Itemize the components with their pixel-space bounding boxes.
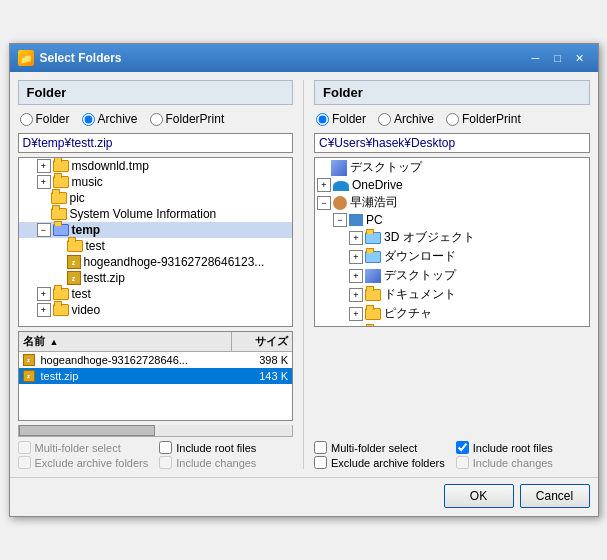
- folder-icon: [365, 289, 381, 301]
- tree-item[interactable]: + 3D オブジェクト: [315, 228, 589, 247]
- desktop-icon: [365, 269, 381, 283]
- tree-item[interactable]: System Volume Information: [19, 206, 293, 222]
- expand-btn[interactable]: +: [349, 250, 363, 264]
- right-multi-folder[interactable]: Multi-folder select: [314, 441, 448, 454]
- tree-item[interactable]: + ダウンロード: [315, 247, 589, 266]
- tree-item[interactable]: test: [19, 238, 293, 254]
- file-name: z testt.zip: [19, 369, 233, 383]
- title-buttons: ─ □ ✕: [526, 50, 590, 66]
- left-exclude-archive[interactable]: Exclude archive folders: [18, 456, 152, 469]
- onedrive-icon: [333, 181, 349, 191]
- expand-btn[interactable]: −: [317, 196, 331, 210]
- folder-icon: [53, 288, 69, 300]
- expand-btn[interactable]: −: [37, 223, 51, 237]
- file-size: 398 K: [232, 353, 292, 367]
- folder-icon: [67, 240, 83, 252]
- col-size[interactable]: サイズ: [232, 332, 292, 351]
- tree-item[interactable]: + デスクトップ: [315, 266, 589, 285]
- folder-icon: [365, 232, 381, 244]
- tree-item[interactable]: − 早瀬浩司: [315, 193, 589, 212]
- tree-item[interactable]: + video: [19, 302, 293, 318]
- right-exclude-archive[interactable]: Exclude archive folders: [314, 456, 448, 469]
- left-panel: Folder Folder Archive FolderPrint D¥temp…: [18, 80, 294, 469]
- left-path-bar[interactable]: D¥temp¥testt.zip: [18, 133, 294, 153]
- zip-icon: z: [67, 271, 81, 285]
- col-name[interactable]: 名前 ▲: [19, 332, 233, 351]
- left-options: Multi-folder select Include root files E…: [18, 441, 294, 469]
- folder-icon: [51, 208, 67, 220]
- title-bar-left: 📁 Select Folders: [18, 50, 122, 66]
- right-radio-folderprint[interactable]: FolderPrint: [446, 112, 521, 126]
- expand-btn[interactable]: +: [37, 159, 51, 173]
- desktop-icon: [331, 160, 347, 176]
- tree-item[interactable]: + ビデオ: [315, 323, 589, 327]
- left-file-list[interactable]: 名前 ▲ サイズ z hogeandhoge-93162728646... 39…: [18, 331, 294, 421]
- folder-icon: [51, 192, 67, 204]
- tree-item[interactable]: pic: [19, 190, 293, 206]
- expand-btn[interactable]: +: [349, 231, 363, 245]
- tree-item[interactable]: + test: [19, 286, 293, 302]
- right-panel-header: Folder: [314, 80, 590, 105]
- folder-icon: [365, 308, 381, 320]
- right-radio-archive[interactable]: Archive: [378, 112, 434, 126]
- right-radio-row: Folder Archive FolderPrint: [314, 109, 590, 129]
- dialog-body: Folder Folder Archive FolderPrint D¥temp…: [10, 72, 598, 477]
- right-include-changes[interactable]: Include changes: [456, 456, 590, 469]
- tree-item[interactable]: + OneDrive: [315, 177, 589, 193]
- tree-item[interactable]: + ピクチャ: [315, 304, 589, 323]
- cancel-button[interactable]: Cancel: [520, 484, 590, 508]
- expand-btn[interactable]: +: [37, 303, 51, 317]
- folder-icon: [53, 224, 69, 236]
- left-multi-folder[interactable]: Multi-folder select: [18, 441, 152, 454]
- left-include-changes[interactable]: Include changes: [159, 456, 293, 469]
- folder-icon: [365, 327, 381, 328]
- tree-item[interactable]: − temp: [19, 222, 293, 238]
- maximize-button[interactable]: □: [548, 50, 568, 66]
- tree-item[interactable]: z testt.zip: [19, 270, 293, 286]
- left-radio-folderprint[interactable]: FolderPrint: [150, 112, 225, 126]
- divider: [303, 80, 304, 469]
- file-row[interactable]: z hogeandhoge-93162728646... 398 K: [19, 352, 293, 368]
- tree-item[interactable]: z hogeandhoge-93162728646123...: [19, 254, 293, 270]
- title-bar: 📁 Select Folders ─ □ ✕: [10, 44, 598, 72]
- expand-btn[interactable]: +: [349, 326, 363, 328]
- person-icon: [333, 196, 347, 210]
- folder-icon: [365, 251, 381, 263]
- ok-button[interactable]: OK: [444, 484, 514, 508]
- right-tree[interactable]: デスクトップ + OneDrive − 早瀬浩司 −: [314, 157, 590, 327]
- pc-icon: [349, 214, 363, 226]
- right-options: Multi-folder select Include root files E…: [314, 437, 590, 469]
- dialog-footer: OK Cancel: [10, 477, 598, 516]
- tree-item[interactable]: デスクトップ: [315, 158, 589, 177]
- zip-icon: z: [23, 370, 35, 382]
- expand-btn[interactable]: +: [317, 178, 331, 192]
- close-button[interactable]: ✕: [570, 50, 590, 66]
- left-radio-folder[interactable]: Folder: [20, 112, 70, 126]
- file-row[interactable]: z testt.zip 143 K: [19, 368, 293, 384]
- right-radio-folder[interactable]: Folder: [316, 112, 366, 126]
- expand-btn[interactable]: −: [333, 213, 347, 227]
- folder-icon: [53, 304, 69, 316]
- left-include-root[interactable]: Include root files: [159, 441, 293, 454]
- right-panel: Folder Folder Archive FolderPrint C¥User…: [314, 80, 590, 469]
- left-radio-archive[interactable]: Archive: [82, 112, 138, 126]
- right-include-root[interactable]: Include root files: [456, 441, 590, 454]
- expand-btn[interactable]: +: [37, 175, 51, 189]
- dialog-title: Select Folders: [40, 51, 122, 65]
- expand-btn[interactable]: +: [37, 287, 51, 301]
- folder-icon: [53, 160, 69, 172]
- left-panel-header: Folder: [18, 80, 294, 105]
- right-path-bar[interactable]: C¥Users¥hasek¥Desktop: [314, 133, 590, 153]
- tree-item[interactable]: + msdownld.tmp: [19, 158, 293, 174]
- tree-item[interactable]: + music: [19, 174, 293, 190]
- zip-icon: z: [67, 255, 81, 269]
- tree-item[interactable]: − PC: [315, 212, 589, 228]
- minimize-button[interactable]: ─: [526, 50, 546, 66]
- expand-btn[interactable]: +: [349, 269, 363, 283]
- expand-btn[interactable]: +: [349, 307, 363, 321]
- tree-item[interactable]: + ドキュメント: [315, 285, 589, 304]
- select-folders-dialog: 📁 Select Folders ─ □ ✕ Folder Folder Arc…: [9, 43, 599, 517]
- expand-btn[interactable]: +: [349, 288, 363, 302]
- left-tree[interactable]: + msdownld.tmp + music pic: [18, 157, 294, 327]
- left-h-scrollbar[interactable]: [18, 425, 294, 437]
